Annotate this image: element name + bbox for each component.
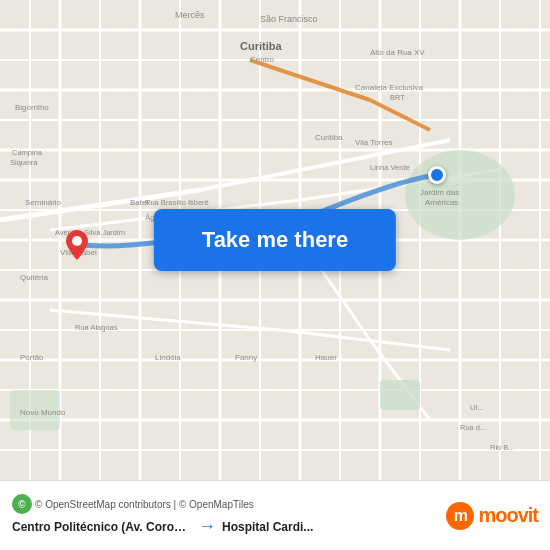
route-info: © © OpenStreetMap contributors | © OpenM… <box>12 494 438 537</box>
bottom-bar: © © OpenStreetMap contributors | © OpenM… <box>0 480 550 550</box>
svg-text:Américas: Américas <box>425 198 458 207</box>
svg-text:Rua Alagoas: Rua Alagoas <box>75 323 118 332</box>
destination-pin <box>428 166 446 184</box>
svg-text:Siqueira: Siqueira <box>10 158 38 167</box>
route-to-label: Hospital Cardi... <box>222 520 313 534</box>
map-attribution: © © OpenStreetMap contributors | © OpenM… <box>12 494 254 514</box>
svg-text:Campina: Campina <box>12 148 43 157</box>
svg-point-76 <box>72 236 82 246</box>
svg-text:Hauer: Hauer <box>315 353 337 362</box>
origin-pin <box>66 230 88 260</box>
moovit-m-icon: m <box>446 502 474 530</box>
svg-text:Rua Brasílio Itiberê: Rua Brasílio Itiberê <box>145 198 209 207</box>
svg-text:Rio B...: Rio B... <box>490 443 515 452</box>
moovit-branding: m moovit <box>446 502 538 530</box>
svg-rect-40 <box>380 380 420 410</box>
svg-text:Bigorrilho: Bigorrilho <box>15 103 49 112</box>
svg-text:Ul...: Ul... <box>470 403 483 412</box>
moovit-logo: m moovit <box>446 502 538 530</box>
svg-text:Fanny: Fanny <box>235 353 257 362</box>
svg-text:Seminário: Seminário <box>25 198 62 207</box>
svg-text:Novo Mundo: Novo Mundo <box>20 408 66 417</box>
take-me-there-button[interactable]: Take me there <box>154 209 396 271</box>
svg-text:Lindóia: Lindóia <box>155 353 181 362</box>
attribution-text: © OpenStreetMap contributors | © OpenMap… <box>35 499 254 510</box>
svg-text:Quitéria: Quitéria <box>20 273 49 282</box>
moovit-text: moovit <box>478 504 538 527</box>
svg-text:Canaleta Exclusiva: Canaleta Exclusiva <box>355 83 424 92</box>
svg-text:BRT: BRT <box>390 93 405 102</box>
route-arrow: → <box>198 516 216 537</box>
svg-text:Centro: Centro <box>250 55 275 64</box>
svg-text:Rua d...: Rua d... <box>460 423 486 432</box>
svg-text:Mercês: Mercês <box>175 10 205 20</box>
svg-text:Curitiba: Curitiba <box>240 40 282 52</box>
route-from-label: Centro Politécnico (Av. Coronel F... <box>12 520 192 534</box>
svg-text:São Francisco: São Francisco <box>260 14 318 24</box>
svg-text:Vila Torres: Vila Torres <box>355 138 393 147</box>
svg-text:Alto da Rua XV: Alto da Rua XV <box>370 48 425 57</box>
svg-text:Linha Verde: Linha Verde <box>370 163 410 172</box>
svg-text:Portão: Portão <box>20 353 44 362</box>
svg-text:Curitiba: Curitiba <box>315 133 343 142</box>
svg-text:Jardim das: Jardim das <box>420 188 459 197</box>
map-container: Mercês São Francisco Curitiba Centro Alt… <box>0 0 550 480</box>
osm-logo: © <box>12 494 32 514</box>
